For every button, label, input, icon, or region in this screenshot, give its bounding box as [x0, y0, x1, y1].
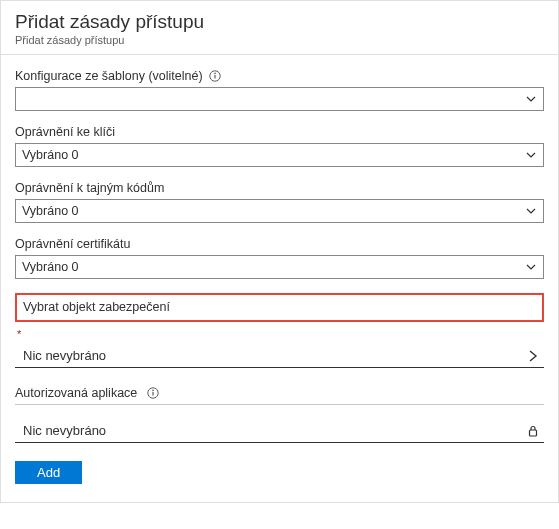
panel-header: Přidat zásady přístupu Přidat zásady pří… — [1, 1, 558, 54]
panel-body: Konfigurace ze šablony (volitelné) Opráv… — [1, 55, 558, 502]
template-select[interactable] — [15, 87, 544, 111]
info-icon[interactable] — [147, 387, 159, 399]
label-cert-permissions: Oprávnění certifikátu — [15, 237, 130, 251]
svg-rect-4 — [153, 392, 154, 396]
chevron-down-icon — [525, 261, 537, 273]
authorized-app-label: Autorizovaná aplikace — [15, 386, 137, 400]
svg-rect-1 — [214, 75, 215, 79]
field-secret-permissions: Oprávnění k tajným kódům Vybráno 0 — [15, 181, 544, 223]
authorized-app-row: Autorizovaná aplikace — [15, 386, 544, 405]
chevron-down-icon — [525, 93, 537, 105]
label-secret-permissions: Oprávnění k tajným kódům — [15, 181, 164, 195]
page-title: Přidat zásady přístupu — [15, 11, 544, 33]
field-template: Konfigurace ze šablony (volitelné) — [15, 69, 544, 111]
key-permissions-select[interactable]: Vybráno 0 — [15, 143, 544, 167]
key-permissions-value: Vybráno 0 — [22, 148, 79, 162]
field-key-permissions: Oprávnění ke klíči Vybráno 0 — [15, 125, 544, 167]
secret-permissions-value: Vybráno 0 — [22, 204, 79, 218]
label-template: Konfigurace ze šablony (volitelné) — [15, 69, 203, 83]
svg-point-5 — [152, 390, 154, 392]
add-button[interactable]: Add — [15, 461, 82, 484]
chevron-right-icon — [526, 349, 540, 363]
svg-point-2 — [214, 73, 216, 75]
chevron-down-icon — [525, 149, 537, 161]
application-picker-text: Nic nevybráno — [23, 423, 526, 438]
principal-picker-text: Nic nevybráno — [23, 348, 526, 363]
select-principal-label: Vybrat objekt zabezpečení — [23, 300, 170, 314]
field-cert-permissions: Oprávnění certifikátu Vybráno 0 — [15, 237, 544, 279]
info-icon[interactable] — [209, 70, 221, 82]
label-key-permissions: Oprávnění ke klíči — [15, 125, 115, 139]
principal-picker[interactable]: Nic nevybráno — [15, 342, 544, 368]
cert-permissions-select[interactable]: Vybráno 0 — [15, 255, 544, 279]
lock-icon — [526, 424, 540, 438]
chevron-down-icon — [525, 205, 537, 217]
access-policy-panel: Přidat zásady přístupu Přidat zásady pří… — [0, 0, 559, 503]
cert-permissions-value: Vybráno 0 — [22, 260, 79, 274]
select-principal-highlight: Vybrat objekt zabezpečení — [15, 293, 544, 322]
required-mark: * — [17, 328, 544, 340]
svg-rect-6 — [530, 430, 537, 436]
application-picker[interactable]: Nic nevybráno — [15, 417, 544, 443]
secret-permissions-select[interactable]: Vybráno 0 — [15, 199, 544, 223]
breadcrumb: Přidat zásady přístupu — [15, 34, 544, 46]
